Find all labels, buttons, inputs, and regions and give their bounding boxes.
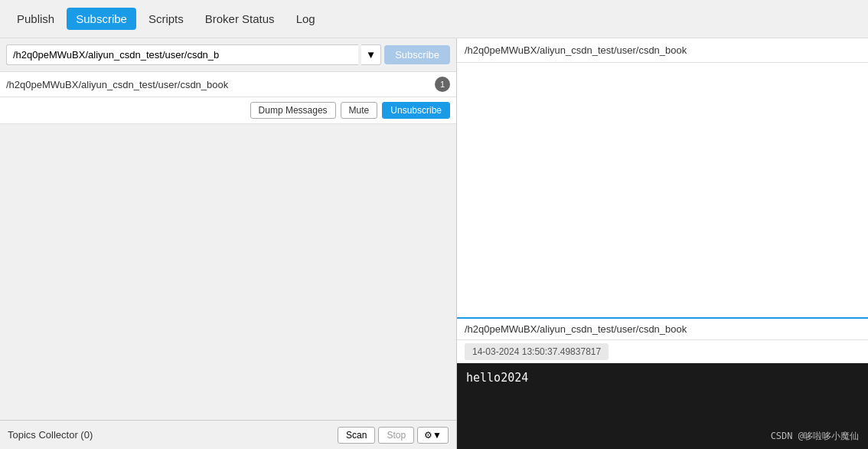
- topic-name: /h2q0peMWuBX/aliyun_csdn_test/user/csdn_…: [6, 79, 430, 90]
- collector-bar: Topics Collector (0) Scan Stop ⚙▼: [0, 420, 456, 449]
- mute-button[interactable]: Mute: [341, 102, 378, 119]
- left-panel: ▼ Subscribe /h2q0peMWuBX/aliyun_csdn_tes…: [0, 38, 457, 449]
- right-top-topic: /h2q0peMWuBX/aliyun_csdn_test/user/csdn_…: [457, 38, 868, 63]
- nav-log[interactable]: Log: [287, 8, 325, 30]
- subscribe-bar: ▼ Subscribe: [0, 38, 456, 72]
- nav-broker-status[interactable]: Broker Status: [196, 8, 284, 30]
- timestamp-wrapper: 14-03-2024 13:50:37.49837817: [457, 340, 868, 363]
- right-bottom-area: /h2q0peMWuBX/aliyun_csdn_test/user/csdn_…: [457, 319, 868, 449]
- top-nav: Publish Subscribe Scripts Broker Status …: [0, 0, 868, 38]
- left-message-area: [0, 124, 456, 420]
- right-bottom-inner: /h2q0peMWuBX/aliyun_csdn_test/user/csdn_…: [457, 319, 868, 449]
- collector-label: Topics Collector (0): [8, 429, 93, 441]
- message-text: hello2024: [466, 371, 528, 385]
- scan-button[interactable]: Scan: [338, 427, 375, 444]
- stop-button[interactable]: Stop: [378, 427, 414, 444]
- action-row: Dump Messages Mute Unsubscribe: [0, 97, 456, 124]
- topic-badge: 1: [435, 77, 450, 92]
- topic-row: /h2q0peMWuBX/aliyun_csdn_test/user/csdn_…: [0, 72, 456, 97]
- gear-button[interactable]: ⚙▼: [417, 427, 449, 444]
- right-panel: /h2q0peMWuBX/aliyun_csdn_test/user/csdn_…: [457, 38, 868, 449]
- message-topic-label: /h2q0peMWuBX/aliyun_csdn_test/user/csdn_…: [457, 319, 868, 340]
- gear-icon: ⚙▼: [424, 430, 442, 441]
- main-container: ▼ Subscribe /h2q0peMWuBX/aliyun_csdn_tes…: [0, 38, 868, 449]
- nav-publish[interactable]: Publish: [8, 8, 64, 30]
- message-content: hello2024 CSDN @哆啦哆小魔仙: [457, 363, 868, 449]
- right-top-area: /h2q0peMWuBX/aliyun_csdn_test/user/csdn_…: [457, 38, 868, 319]
- dump-messages-button[interactable]: Dump Messages: [250, 102, 336, 119]
- nav-scripts[interactable]: Scripts: [139, 8, 193, 30]
- subscribe-button[interactable]: Subscribe: [384, 45, 450, 64]
- collector-actions: Scan Stop ⚙▼: [338, 427, 449, 444]
- watermark: CSDN @哆啦哆小魔仙: [771, 430, 859, 443]
- unsubscribe-button[interactable]: Unsubscribe: [382, 102, 450, 119]
- subscribe-input[interactable]: [6, 44, 358, 65]
- subscribe-dropdown[interactable]: ▼: [361, 44, 381, 65]
- message-timestamp: 14-03-2024 13:50:37.49837817: [465, 343, 609, 360]
- nav-subscribe[interactable]: Subscribe: [67, 8, 136, 30]
